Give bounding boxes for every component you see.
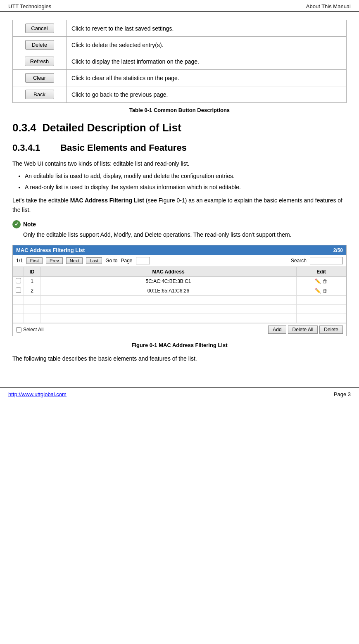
section-0341-heading: 0.3.4.1 Basic Elements and Features [12,143,347,153]
edit-icon[interactable]: ✏️ [315,288,321,294]
table-row: DeleteClick to delete the selected entry… [13,37,347,53]
table-row: RefreshClick to display the latest infor… [13,53,347,70]
main-content: CancelClick to revert to the last saved … [0,12,359,375]
section-034-title: Detailed Description of List [42,121,181,134]
bullet-list: An editable list is used to add, display… [25,171,347,192]
mac-table-row: 15C:AC:4C:BE:3B:C1✏️ 🗑 [13,277,346,286]
mac-table: ID MAC Address Edit 15C:AC:4C:BE:3B:C1✏️… [13,267,346,323]
section-034-heading: 0.3.4 Detailed Description of List [12,121,347,134]
mac-footer-right: Add Delete All Delete [268,326,343,334]
mac-list-page-count: 2/50 [333,247,343,253]
body-paragraph2-prefix: Let's take the editable [12,197,70,204]
mac-footer: Select All Add Delete All Delete [13,323,346,336]
section-0341-title: Basic Elements and Features [60,143,187,153]
pagination-last-button[interactable]: Last [86,257,102,264]
row-checkbox-cell [13,305,24,314]
bullet-item-2: A read-only list is used to display the … [25,183,347,192]
table-caption: Table 0-1 Common Button Descriptions [12,107,347,113]
clear-button[interactable]: Clear [25,73,54,83]
page-header: UTT Technologies About This Manual [0,0,359,12]
mac-table-header-mac: MAC Address [40,267,297,277]
row-id-cell [24,296,40,305]
body-paragraph2-bold: MAC Address Filtering List [70,197,144,204]
description-cell: Click to delete the selected entry(s). [67,37,347,53]
pagination-current: 1/1 [16,258,23,264]
pagination-first-button[interactable]: First [26,257,43,264]
pagination-goto-label: Go to [105,258,117,264]
note-label: Note [23,221,36,228]
table-row: ClearClick to clear all the statistics o… [13,70,347,86]
note-header: ✓ Note [12,220,347,228]
mac-search-input[interactable] [310,257,343,264]
mac-list-widget: MAC Address Filtering List 2/50 1/1 Firs… [12,245,347,336]
row-checkbox-cell [13,277,24,286]
mac-list-title-bar: MAC Address Filtering List 2/50 [13,245,346,255]
header-right: About This Manual [306,3,351,10]
pagination-page-input[interactable] [136,257,150,264]
row-id-cell: 1 [24,277,40,286]
button-cell: Clear [13,70,67,86]
button-descriptions-table: CancelClick to revert to the last saved … [12,20,347,103]
description-cell: Click to revert to the last saved settin… [67,20,347,37]
mac-pagination: 1/1 First Prev Next Last Go to Page Sear… [13,255,346,267]
row-mac-cell [40,305,297,314]
description-cell: Click to go back to the previous page. [67,86,347,103]
cancel-button[interactable]: Cancel [25,24,54,33]
select-all-checkbox[interactable] [16,327,21,333]
refresh-button[interactable]: Refresh [25,57,55,66]
page-footer: http://www.uttglobal.com Page 3 [0,387,359,401]
row-delete-icon[interactable]: 🗑 [323,278,328,284]
body-paragraph1: The Web UI contains two kinds of lists: … [12,159,347,168]
row-edit-cell [297,296,346,305]
row-edit-cell [297,314,346,323]
note-icon: ✓ [12,220,21,228]
fig-caption: Figure 0-1 MAC Address Filtering List [12,342,347,348]
button-cell: Cancel [13,20,67,37]
mac-table-row [13,296,346,305]
mac-table-row [13,314,346,323]
row-id-cell [24,314,40,323]
row-id-cell: 2 [24,286,40,296]
row-checkbox-cell [13,296,24,305]
add-button[interactable]: Add [268,326,286,334]
row-checkbox-cell [13,314,24,323]
pagination-next-button[interactable]: Next [66,257,83,264]
table-row: BackClick to go back to the previous pag… [13,86,347,103]
pagination-prev-button[interactable]: Prev [46,257,63,264]
mac-footer-left: Select All [16,327,43,333]
section-034-number: 0.3.4 [12,121,36,134]
pagination-page-label: Page [121,258,132,264]
description-cell: Click to clear all the statistics on the… [67,70,347,86]
mac-table-row: 200:1E:65:A1:C6:26✏️ 🗑 [13,286,346,296]
mac-table-header-edit: Edit [297,267,346,277]
pagination-search-label: Search [291,258,307,264]
header-left: UTT Technologies [8,3,51,10]
mac-list-title: MAC Address Filtering List [16,247,85,253]
description-cell: Click to display the latest information … [67,53,347,70]
footer-link[interactable]: http://www.uttglobal.com [8,391,67,397]
row-1-checkbox[interactable] [16,288,21,293]
row-id-cell [24,305,40,314]
row-checkbox-cell [13,286,24,296]
row-0-checkbox[interactable] [16,278,21,283]
button-cell: Delete [13,37,67,53]
table-row: CancelClick to revert to the last saved … [13,20,347,37]
row-mac-cell: 00:1E:65:A1:C6:26 [40,286,297,296]
mac-table-row [13,305,346,314]
body-paragraph3: The following table describes the basic … [12,354,347,363]
edit-icon[interactable]: ✏️ [315,278,321,284]
row-edit-cell: ✏️ 🗑 [297,286,346,296]
delete-all-button[interactable]: Delete All [288,326,318,334]
mac-table-header-id: ID [24,267,40,277]
delete-button[interactable]: Delete [25,40,54,50]
bullet-item-1: An editable list is used to add, display… [25,171,347,181]
footer-page: Page 3 [334,391,351,397]
delete-button[interactable]: Delete [319,326,343,334]
section-0341-number: 0.3.4.1 [12,143,40,153]
button-cell: Back [13,86,67,103]
back-button[interactable]: Back [25,90,54,99]
row-edit-cell [297,305,346,314]
row-mac-cell [40,296,297,305]
row-delete-icon[interactable]: 🗑 [323,288,328,294]
mac-table-header-checkbox [13,267,24,277]
